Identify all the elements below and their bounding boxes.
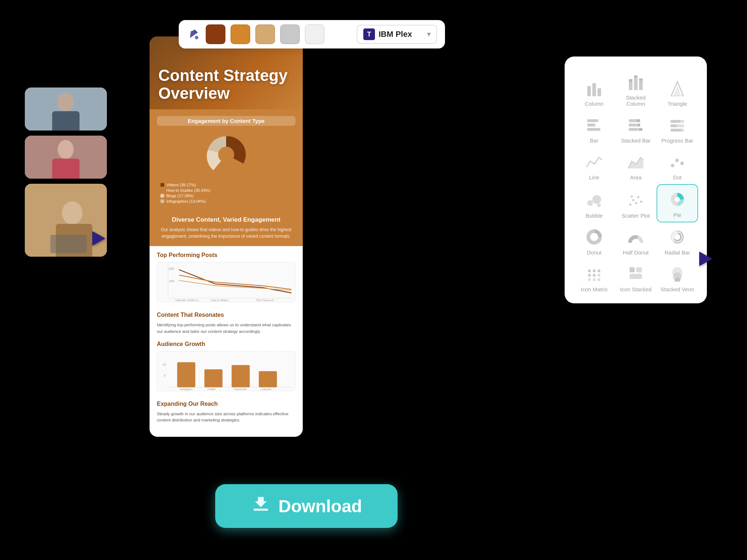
svg-point-64 [218, 147, 234, 163]
svg-text:Twitter: Twitter [207, 388, 216, 391]
chart-item-dot[interactable]: Dot [657, 147, 698, 184]
chart-item-donut[interactable]: Donut [573, 222, 615, 259]
panel-hero-title: Content Strategy Overview [158, 67, 294, 102]
svg-point-51 [588, 274, 591, 277]
cursor-sidebar [92, 231, 105, 246]
download-label: Download [278, 496, 362, 516]
svg-rect-18 [637, 124, 640, 127]
chart-item-half-donut[interactable]: Half Donut [615, 222, 657, 259]
svg-text:How to Make...: How to Make... [211, 299, 230, 302]
chart-item-stacked-column[interactable]: Stacked Column [615, 67, 657, 110]
chart-item-bubble[interactable]: Bubble [573, 184, 615, 222]
diverse-text: Our analysis shows that videos and how-t… [157, 226, 295, 240]
color-swatch-5[interactable] [305, 24, 325, 44]
svg-point-31 [587, 200, 593, 206]
svg-text:Ultimate Guide to...: Ultimate Guide to... [175, 299, 200, 302]
photo-card-1 [25, 88, 107, 131]
chart-item-bar[interactable]: Bar [573, 110, 615, 147]
resonates-section: Content That Resonates Identifying top-p… [150, 306, 303, 335]
growth-heading: Audience Growth [157, 341, 295, 347]
resonates-heading: Content That Resonates [157, 312, 295, 318]
svg-point-55 [593, 278, 596, 281]
svg-text:Facebook: Facebook [234, 388, 247, 391]
top-posts-section: Top Performing Posts 200 100 Ultimate Gu… [150, 246, 303, 302]
svg-rect-13 [587, 124, 595, 127]
svg-rect-85 [52, 111, 80, 131]
photo-card-2 [25, 136, 107, 179]
chart-item-area[interactable]: Area [615, 147, 657, 184]
svg-point-43 [591, 234, 597, 240]
photo-card-3 [25, 184, 107, 257]
svg-text:5: 5 [164, 373, 166, 377]
growth-section: Audience Growth 10 5 Instagram Twitter F… [150, 335, 303, 391]
svg-rect-24 [670, 124, 677, 127]
svg-rect-2 [592, 83, 596, 96]
svg-rect-22 [670, 120, 681, 123]
chart-item-scatter-plot[interactable]: Scatter Plot [615, 184, 657, 222]
svg-point-0 [195, 36, 198, 39]
svg-point-48 [588, 269, 591, 272]
svg-rect-77 [232, 365, 250, 387]
color-swatch-2[interactable] [231, 24, 250, 44]
paint-bucket-icon[interactable] [187, 27, 201, 41]
chart-picker-panel: Column Stacked Column Triangle Bar Stack… [565, 57, 707, 303]
svg-rect-58 [636, 267, 642, 272]
font-dropdown[interactable]: T IBM Plex ▾ [357, 25, 437, 44]
download-icon [251, 494, 271, 518]
toolbar: T IBM Plex ▾ [179, 20, 445, 48]
svg-text:The Future of...: The Future of... [256, 299, 276, 302]
svg-point-50 [597, 269, 600, 272]
pie-legend: Videos (39.17%) How-to Guides (30.43%) B… [157, 183, 295, 203]
svg-point-41 [675, 197, 680, 202]
svg-text:LinkedIn: LinkedIn [261, 388, 272, 391]
font-name-label: IBM Plex [379, 30, 412, 39]
svg-point-35 [632, 199, 634, 201]
svg-rect-1 [587, 86, 591, 96]
diverse-section: Diverse Content, Varied Engagement Our a… [150, 211, 303, 246]
chart-item-line[interactable]: Line [573, 147, 615, 184]
svg-point-37 [637, 196, 639, 198]
color-swatch-4[interactable] [280, 24, 300, 44]
line-chart-placeholder: 200 100 Ultimate Guide to... How to Make… [157, 262, 295, 302]
svg-rect-75 [177, 362, 196, 387]
svg-point-56 [597, 278, 600, 281]
chart-item-pie[interactable]: Pie [657, 184, 698, 222]
font-icon: T [363, 28, 375, 40]
resonates-text: Identifying top-performing posts allows … [157, 322, 295, 335]
svg-rect-76 [204, 369, 222, 387]
chart-item-radial-bar[interactable]: Radial Bar [657, 222, 698, 259]
color-swatch-3[interactable] [255, 24, 275, 44]
download-button[interactable]: Download [215, 484, 398, 528]
expanding-text: Steady growth in our audience size acros… [157, 411, 295, 424]
cursor-chart [699, 252, 712, 266]
svg-point-34 [629, 203, 631, 206]
svg-text:Instagram: Instagram [180, 388, 193, 391]
chart-item-triangle[interactable]: Triangle [657, 67, 698, 110]
svg-marker-94 [255, 497, 267, 507]
svg-rect-7 [634, 75, 638, 78]
chevron-down-icon: ▾ [427, 30, 430, 38]
color-swatch-1[interactable] [206, 24, 225, 44]
chart-item-stacked-venn[interactable]: Stacked Venn [657, 259, 698, 296]
svg-rect-20 [639, 128, 642, 131]
diverse-title: Diverse Content, Varied Engagement [157, 216, 295, 223]
svg-text:100: 100 [169, 279, 174, 283]
svg-rect-17 [629, 124, 637, 127]
svg-rect-5 [629, 79, 632, 82]
svg-rect-6 [634, 78, 638, 90]
chart-item-icon-stacked[interactable]: Icon Stacked [615, 259, 657, 296]
chart-item-icon-matrix[interactable]: Icon Matrix [573, 259, 615, 296]
svg-rect-59 [630, 274, 642, 279]
svg-rect-9 [639, 78, 643, 81]
engagement-section: Engagement by Content Type [150, 109, 303, 211]
svg-point-90 [62, 201, 82, 225]
chart-item-progress-bar[interactable]: Progress Bar [657, 110, 698, 147]
svg-rect-26 [670, 129, 682, 132]
bar-chart-placeholder: 10 5 Instagram Twitter Facebook LinkedIn [157, 351, 295, 391]
chart-item-stacked-bar[interactable]: Stacked Bar [615, 110, 657, 147]
svg-point-33 [597, 203, 601, 207]
svg-point-28 [671, 164, 674, 167]
svg-rect-78 [259, 371, 277, 387]
svg-point-84 [58, 93, 74, 112]
chart-item-column[interactable]: Column [573, 67, 615, 110]
